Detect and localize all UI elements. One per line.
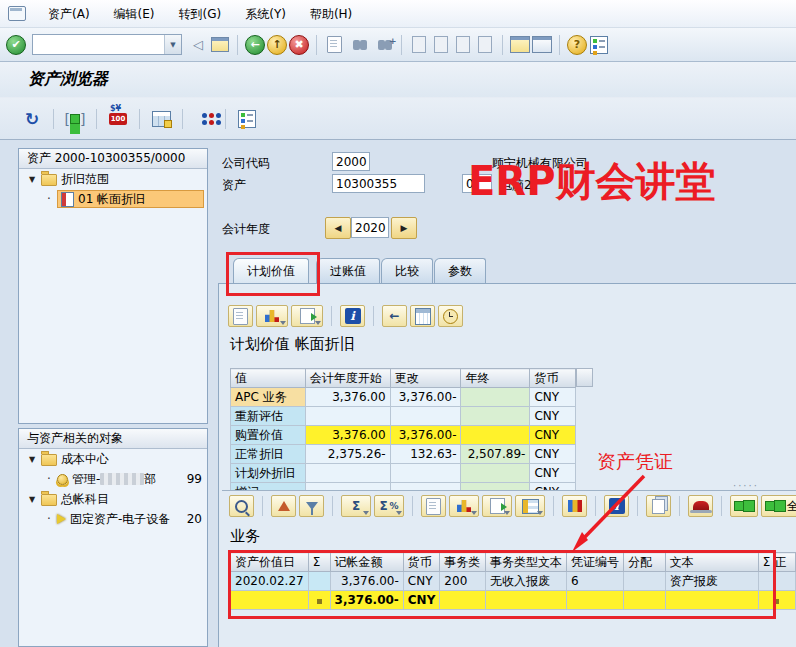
enter-key-icon[interactable]: ◁ bbox=[188, 35, 208, 55]
cost-center-icon bbox=[57, 474, 68, 485]
redacted-text bbox=[100, 473, 144, 485]
planned-values-toolbar: i ← bbox=[228, 305, 463, 327]
watermark-text: ERP财会讲堂 bbox=[468, 154, 715, 209]
tree-item-label: 折旧范围 bbox=[61, 171, 109, 188]
fiscal-year-field[interactable]: 2020 bbox=[351, 217, 389, 238]
gl-account-label: 固定资产-电子设备 bbox=[70, 511, 170, 528]
table-row[interactable]: APC 业务 3,376.00 3,376.00- CNY bbox=[231, 388, 576, 407]
tree-item-cost-center-folder[interactable]: ▼ 成本中心 bbox=[19, 449, 207, 469]
col-fy-start: 会计年度开始 bbox=[305, 369, 390, 388]
splitter-handle[interactable]: ····· bbox=[733, 480, 759, 491]
new-session-icon[interactable] bbox=[510, 35, 530, 55]
table-row[interactable]: 重新评估 CNY bbox=[231, 407, 576, 426]
next-year-button[interactable]: ▶ bbox=[391, 217, 417, 239]
annotation-arrow bbox=[552, 468, 662, 560]
menu-asset[interactable]: 资产(A) bbox=[36, 0, 102, 28]
company-code-field[interactable]: 2000 bbox=[332, 152, 370, 171]
interval-clock-icon[interactable] bbox=[438, 305, 463, 327]
col-change: 更改 bbox=[390, 369, 461, 388]
menu-bar: 资产(A) 编辑(E) 转到(G) 系统(Y) 帮助(H) bbox=[0, 0, 796, 28]
sum-menu-button[interactable]: Σ bbox=[341, 495, 371, 517]
info-icon[interactable]: i bbox=[340, 305, 365, 327]
asset-number-field[interactable]: 10300355 bbox=[332, 174, 425, 193]
tree-item-cost-center[interactable]: · 管理-部 99 bbox=[19, 469, 207, 489]
find-icon[interactable] bbox=[346, 35, 366, 55]
print-icon[interactable] bbox=[421, 495, 446, 517]
planned-values-title: 计划价值 帐面折旧 bbox=[230, 335, 355, 354]
company-code-label: 公司代码 bbox=[222, 155, 270, 172]
asset-tree-panel: 资产 2000-10300355/0000 ▼ 折旧范围 · 01 帐面折旧 bbox=[18, 148, 208, 424]
subtotal-menu-button[interactable]: Σ% bbox=[374, 495, 404, 517]
enter-icon[interactable]: ✔ bbox=[6, 35, 26, 55]
menu-help[interactable]: 帮助(H) bbox=[298, 0, 364, 28]
bullet-icon: · bbox=[45, 192, 53, 206]
recalculate-values-icon[interactable] bbox=[410, 305, 435, 327]
detail-list-all-button[interactable]: 全部 bbox=[761, 495, 796, 517]
previous-page-icon[interactable] bbox=[431, 35, 451, 55]
expander-icon[interactable]: ▼ bbox=[27, 175, 37, 184]
menu-system[interactable]: 系统(Y) bbox=[233, 0, 298, 28]
tree-item-gl-folder[interactable]: ▼ 总帐科目 bbox=[19, 489, 207, 509]
table-header-row: 值 会计年度开始 更改 年终 货币 bbox=[231, 369, 576, 388]
save-icon[interactable] bbox=[210, 35, 230, 55]
table-row[interactable]: 计划外折旧 CNY bbox=[231, 464, 576, 483]
next-page-icon[interactable] bbox=[453, 35, 473, 55]
command-field[interactable]: ▼ bbox=[32, 34, 182, 55]
sap-asset-explorer-window: 资产(A) 编辑(E) 转到(G) 系统(Y) 帮助(H) ✔ ▼ ◁ ← ↑ … bbox=[0, 0, 796, 647]
application-toolbar: ↻ [] 100 bbox=[0, 98, 796, 140]
standard-toolbar: ✔ ▼ ◁ ← ↑ ✖ ? bbox=[0, 28, 796, 62]
layout-menu-button[interactable] bbox=[515, 495, 545, 517]
tree-item-depreciation-areas[interactable]: ▼ 折旧范围 bbox=[19, 169, 207, 189]
find-next-icon[interactable] bbox=[368, 35, 394, 55]
expander-icon[interactable]: ▼ bbox=[27, 455, 37, 464]
selected-item-highlight[interactable]: 01 帐面折旧 bbox=[57, 190, 204, 208]
table-row[interactable]: 增记 CNY bbox=[231, 483, 576, 491]
tab-comparison[interactable]: 比较 bbox=[381, 258, 433, 284]
help-icon[interactable]: ? bbox=[567, 35, 587, 55]
compare-values-icon[interactable] bbox=[192, 107, 216, 131]
create-shortcut-icon[interactable] bbox=[532, 35, 552, 55]
export-menu-button[interactable] bbox=[482, 495, 512, 517]
export-menu-button[interactable] bbox=[291, 305, 323, 327]
refresh-icon[interactable]: ↻ bbox=[20, 107, 44, 131]
related-objects-panel: 与资产相关的对象 ▼ 成本中心 · 管理-部 99 ▼ 总帐科目 · 固定资产-… bbox=[18, 428, 208, 647]
section-divider bbox=[222, 490, 796, 491]
asset-tree-header: 资产 2000-10300355/0000 bbox=[19, 149, 207, 169]
table-row[interactable]: 正常折旧 2,375.26- 132.63- 2,507.89- CNY bbox=[231, 445, 576, 464]
table-row[interactable]: 购置价值 3,376.00 3,376.00- CNY bbox=[231, 426, 576, 445]
sort-ascending-icon[interactable] bbox=[271, 495, 296, 517]
print-icon[interactable] bbox=[228, 305, 253, 327]
chevron-down-icon[interactable]: ▼ bbox=[164, 35, 181, 54]
col-currency: 货币 bbox=[530, 369, 576, 388]
menu-edit[interactable]: 编辑(E) bbox=[102, 0, 167, 28]
legend-icon[interactable] bbox=[235, 107, 259, 131]
tree-item-gl-account[interactable]: · 固定资产-电子设备 20 bbox=[19, 509, 207, 529]
tab-posted-values[interactable]: 过账值 bbox=[316, 258, 380, 284]
customize-layout-icon[interactable] bbox=[589, 35, 609, 55]
system-menu-icon[interactable] bbox=[8, 6, 26, 21]
cancel-icon[interactable]: ✖ bbox=[289, 35, 309, 55]
display-master-data-icon[interactable]: [] bbox=[63, 107, 87, 131]
col-value: 值 bbox=[231, 369, 306, 388]
menu-goto[interactable]: 转到(G) bbox=[167, 0, 234, 28]
print-icon[interactable] bbox=[324, 35, 344, 55]
detail-icon[interactable] bbox=[229, 495, 254, 517]
previous-year-button[interactable]: ◀ bbox=[325, 217, 351, 239]
chart-menu-button[interactable] bbox=[256, 305, 288, 327]
exit-icon[interactable]: ↑ bbox=[267, 35, 287, 55]
last-page-icon[interactable] bbox=[475, 35, 495, 55]
tree-item-book-depreciation[interactable]: · 01 帐面折旧 bbox=[19, 189, 207, 209]
back-icon[interactable]: ← bbox=[245, 35, 265, 55]
tab-parameters[interactable]: 参数 bbox=[434, 258, 486, 284]
expander-icon[interactable]: ▼ bbox=[27, 495, 37, 504]
abc-analysis-icon[interactable] bbox=[688, 495, 713, 517]
annotation-box-transactions bbox=[228, 550, 776, 619]
col-year-end: 年终 bbox=[461, 369, 530, 388]
chart-menu-button[interactable] bbox=[449, 495, 479, 517]
currency-translation-icon[interactable]: 100 bbox=[106, 107, 130, 131]
filter-icon[interactable] bbox=[299, 495, 324, 517]
first-page-icon[interactable] bbox=[409, 35, 429, 55]
display-document-icon[interactable]: ← bbox=[382, 305, 407, 327]
detail-list-icon[interactable] bbox=[730, 495, 758, 517]
depreciation-calculation-icon[interactable] bbox=[149, 107, 173, 131]
